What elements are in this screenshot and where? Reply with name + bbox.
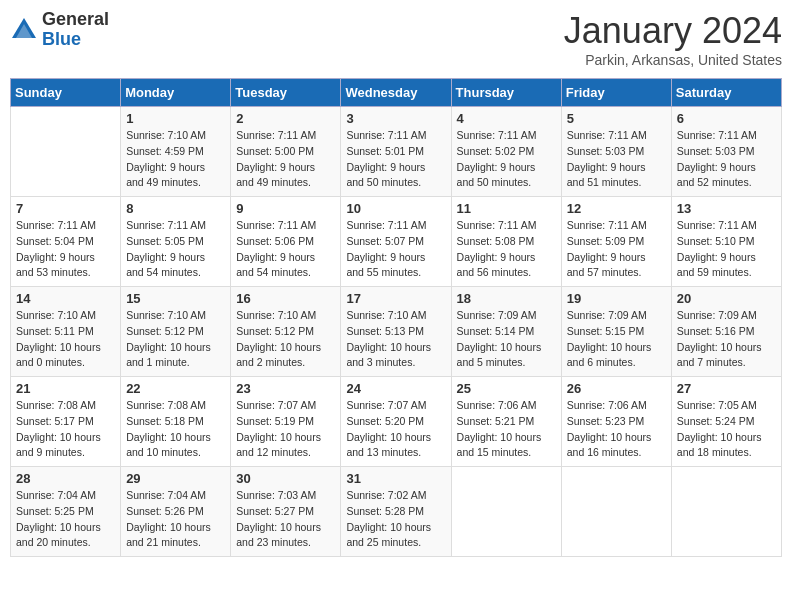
calendar-cell: 8Sunrise: 7:11 AMSunset: 5:05 PMDaylight…	[121, 197, 231, 287]
logo: General Blue	[10, 10, 109, 50]
weekday-header: Friday	[561, 79, 671, 107]
calendar-cell: 2Sunrise: 7:11 AMSunset: 5:00 PMDaylight…	[231, 107, 341, 197]
day-number: 30	[236, 471, 335, 486]
calendar-cell: 26Sunrise: 7:06 AMSunset: 5:23 PMDayligh…	[561, 377, 671, 467]
day-number: 8	[126, 201, 225, 216]
day-number: 12	[567, 201, 666, 216]
day-number: 14	[16, 291, 115, 306]
month-title: January 2024	[564, 10, 782, 52]
weekday-header: Sunday	[11, 79, 121, 107]
calendar-cell: 19Sunrise: 7:09 AMSunset: 5:15 PMDayligh…	[561, 287, 671, 377]
calendar-cell	[451, 467, 561, 557]
weekday-header: Wednesday	[341, 79, 451, 107]
day-number: 2	[236, 111, 335, 126]
day-number: 9	[236, 201, 335, 216]
day-number: 7	[16, 201, 115, 216]
cell-content: Sunrise: 7:08 AMSunset: 5:18 PMDaylight:…	[126, 398, 225, 461]
calendar-cell: 27Sunrise: 7:05 AMSunset: 5:24 PMDayligh…	[671, 377, 781, 467]
calendar-cell: 12Sunrise: 7:11 AMSunset: 5:09 PMDayligh…	[561, 197, 671, 287]
calendar-cell: 25Sunrise: 7:06 AMSunset: 5:21 PMDayligh…	[451, 377, 561, 467]
calendar-cell: 3Sunrise: 7:11 AMSunset: 5:01 PMDaylight…	[341, 107, 451, 197]
logo-blue: Blue	[42, 30, 109, 50]
cell-content: Sunrise: 7:11 AMSunset: 5:00 PMDaylight:…	[236, 128, 335, 191]
cell-content: Sunrise: 7:11 AMSunset: 5:05 PMDaylight:…	[126, 218, 225, 281]
calendar-cell: 16Sunrise: 7:10 AMSunset: 5:12 PMDayligh…	[231, 287, 341, 377]
calendar-cell	[671, 467, 781, 557]
cell-content: Sunrise: 7:10 AMSunset: 5:11 PMDaylight:…	[16, 308, 115, 371]
cell-content: Sunrise: 7:07 AMSunset: 5:19 PMDaylight:…	[236, 398, 335, 461]
calendar-cell: 29Sunrise: 7:04 AMSunset: 5:26 PMDayligh…	[121, 467, 231, 557]
calendar-cell: 15Sunrise: 7:10 AMSunset: 5:12 PMDayligh…	[121, 287, 231, 377]
calendar-cell: 9Sunrise: 7:11 AMSunset: 5:06 PMDaylight…	[231, 197, 341, 287]
cell-content: Sunrise: 7:11 AMSunset: 5:04 PMDaylight:…	[16, 218, 115, 281]
weekday-header-row: SundayMondayTuesdayWednesdayThursdayFrid…	[11, 79, 782, 107]
day-number: 3	[346, 111, 445, 126]
day-number: 26	[567, 381, 666, 396]
day-number: 24	[346, 381, 445, 396]
logo-text: General Blue	[42, 10, 109, 50]
day-number: 20	[677, 291, 776, 306]
day-number: 16	[236, 291, 335, 306]
calendar-cell: 21Sunrise: 7:08 AMSunset: 5:17 PMDayligh…	[11, 377, 121, 467]
cell-content: Sunrise: 7:10 AMSunset: 4:59 PMDaylight:…	[126, 128, 225, 191]
calendar-week-row: 1Sunrise: 7:10 AMSunset: 4:59 PMDaylight…	[11, 107, 782, 197]
cell-content: Sunrise: 7:06 AMSunset: 5:23 PMDaylight:…	[567, 398, 666, 461]
calendar-table: SundayMondayTuesdayWednesdayThursdayFrid…	[10, 78, 782, 557]
cell-content: Sunrise: 7:11 AMSunset: 5:08 PMDaylight:…	[457, 218, 556, 281]
calendar-cell: 24Sunrise: 7:07 AMSunset: 5:20 PMDayligh…	[341, 377, 451, 467]
day-number: 15	[126, 291, 225, 306]
calendar-cell: 13Sunrise: 7:11 AMSunset: 5:10 PMDayligh…	[671, 197, 781, 287]
calendar-cell	[11, 107, 121, 197]
cell-content: Sunrise: 7:11 AMSunset: 5:03 PMDaylight:…	[677, 128, 776, 191]
calendar-cell: 14Sunrise: 7:10 AMSunset: 5:11 PMDayligh…	[11, 287, 121, 377]
weekday-header: Saturday	[671, 79, 781, 107]
calendar-cell: 4Sunrise: 7:11 AMSunset: 5:02 PMDaylight…	[451, 107, 561, 197]
cell-content: Sunrise: 7:11 AMSunset: 5:01 PMDaylight:…	[346, 128, 445, 191]
calendar-cell: 22Sunrise: 7:08 AMSunset: 5:18 PMDayligh…	[121, 377, 231, 467]
cell-content: Sunrise: 7:11 AMSunset: 5:06 PMDaylight:…	[236, 218, 335, 281]
cell-content: Sunrise: 7:11 AMSunset: 5:02 PMDaylight:…	[457, 128, 556, 191]
calendar-cell: 7Sunrise: 7:11 AMSunset: 5:04 PMDaylight…	[11, 197, 121, 287]
day-number: 11	[457, 201, 556, 216]
day-number: 19	[567, 291, 666, 306]
day-number: 23	[236, 381, 335, 396]
cell-content: Sunrise: 7:10 AMSunset: 5:12 PMDaylight:…	[126, 308, 225, 371]
cell-content: Sunrise: 7:07 AMSunset: 5:20 PMDaylight:…	[346, 398, 445, 461]
cell-content: Sunrise: 7:06 AMSunset: 5:21 PMDaylight:…	[457, 398, 556, 461]
logo-icon	[10, 16, 38, 44]
day-number: 25	[457, 381, 556, 396]
calendar-week-row: 7Sunrise: 7:11 AMSunset: 5:04 PMDaylight…	[11, 197, 782, 287]
weekday-header: Monday	[121, 79, 231, 107]
day-number: 31	[346, 471, 445, 486]
calendar-cell: 17Sunrise: 7:10 AMSunset: 5:13 PMDayligh…	[341, 287, 451, 377]
calendar-cell: 31Sunrise: 7:02 AMSunset: 5:28 PMDayligh…	[341, 467, 451, 557]
day-number: 5	[567, 111, 666, 126]
cell-content: Sunrise: 7:09 AMSunset: 5:14 PMDaylight:…	[457, 308, 556, 371]
calendar-week-row: 14Sunrise: 7:10 AMSunset: 5:11 PMDayligh…	[11, 287, 782, 377]
day-number: 27	[677, 381, 776, 396]
calendar-cell: 18Sunrise: 7:09 AMSunset: 5:14 PMDayligh…	[451, 287, 561, 377]
cell-content: Sunrise: 7:02 AMSunset: 5:28 PMDaylight:…	[346, 488, 445, 551]
cell-content: Sunrise: 7:11 AMSunset: 5:10 PMDaylight:…	[677, 218, 776, 281]
cell-content: Sunrise: 7:11 AMSunset: 5:03 PMDaylight:…	[567, 128, 666, 191]
calendar-cell	[561, 467, 671, 557]
day-number: 10	[346, 201, 445, 216]
day-number: 28	[16, 471, 115, 486]
calendar-cell: 5Sunrise: 7:11 AMSunset: 5:03 PMDaylight…	[561, 107, 671, 197]
cell-content: Sunrise: 7:05 AMSunset: 5:24 PMDaylight:…	[677, 398, 776, 461]
day-number: 13	[677, 201, 776, 216]
location: Parkin, Arkansas, United States	[564, 52, 782, 68]
cell-content: Sunrise: 7:11 AMSunset: 5:07 PMDaylight:…	[346, 218, 445, 281]
weekday-header: Tuesday	[231, 79, 341, 107]
calendar-cell: 23Sunrise: 7:07 AMSunset: 5:19 PMDayligh…	[231, 377, 341, 467]
logo-general: General	[42, 10, 109, 30]
cell-content: Sunrise: 7:10 AMSunset: 5:12 PMDaylight:…	[236, 308, 335, 371]
cell-content: Sunrise: 7:11 AMSunset: 5:09 PMDaylight:…	[567, 218, 666, 281]
cell-content: Sunrise: 7:04 AMSunset: 5:25 PMDaylight:…	[16, 488, 115, 551]
calendar-cell: 10Sunrise: 7:11 AMSunset: 5:07 PMDayligh…	[341, 197, 451, 287]
cell-content: Sunrise: 7:09 AMSunset: 5:16 PMDaylight:…	[677, 308, 776, 371]
day-number: 4	[457, 111, 556, 126]
day-number: 1	[126, 111, 225, 126]
calendar-week-row: 21Sunrise: 7:08 AMSunset: 5:17 PMDayligh…	[11, 377, 782, 467]
title-block: January 2024 Parkin, Arkansas, United St…	[564, 10, 782, 68]
